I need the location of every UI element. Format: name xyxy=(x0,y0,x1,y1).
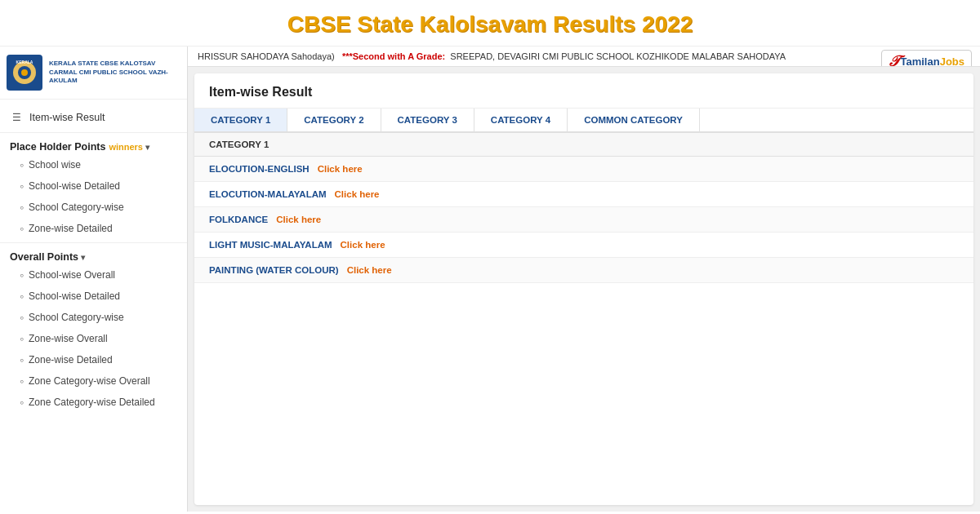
ticker-text: HRISSUR SAHODAYA Sahodaya) ***Second wit… xyxy=(198,51,786,61)
page-title: CBSE State Kalolsavam Results 2022 xyxy=(0,11,980,38)
category-tabs: CATEGORY 1 CATEGORY 2 CATEGORY 3 CATEGOR… xyxy=(194,109,973,133)
list-icon: ☰ xyxy=(10,111,23,124)
result-section-header: CATEGORY 1 xyxy=(194,133,973,157)
sidebar-org-name: KERALA STATE CBSE KALOTSAV CARMAL CMI PU… xyxy=(49,60,180,85)
item-name-elocution-malayalam: ELOCUTION-MALAYALAM xyxy=(209,189,327,199)
svg-text:KERALA: KERALA xyxy=(16,60,33,64)
sidebar-header: KERALA KERALA STATE CBSE KALOTSAV CARMAL… xyxy=(0,47,187,100)
sidebar-sub-zone-wise-detailed[interactable]: Zone-wise Detailed xyxy=(0,349,187,370)
sidebar-sub-zone-category-wise-overall[interactable]: Zone Category-wise Overall xyxy=(0,370,187,392)
table-row: LIGHT MUSIC-MALAYALAM Click here xyxy=(194,233,973,258)
sidebar-logo: KERALA xyxy=(7,55,42,91)
sidebar-section-place-holder[interactable]: Place Holder Points winners ▾ xyxy=(0,136,187,154)
table-row: PAINTING (Water Colour) Click here xyxy=(194,258,973,283)
click-link-light-music[interactable]: Click here xyxy=(341,240,385,250)
sidebar-sub-school-category-wise[interactable]: School Category-wise xyxy=(0,197,187,218)
sidebar-sub-school-wise[interactable]: School wise xyxy=(0,154,187,175)
item-name-elocution-english: ELOCUTION-ENGLISH xyxy=(209,164,310,174)
chevron-down-icon: ▾ xyxy=(145,143,149,152)
chevron-down-icon-2: ▾ xyxy=(81,253,85,262)
sidebar-divider-1 xyxy=(0,132,187,133)
click-link-elocution-malayalam[interactable]: Click here xyxy=(335,189,380,199)
table-row: ELOCUTION-MALAYALAM Click here xyxy=(194,182,973,207)
sidebar-menu: ☰ Item-wise Result Place Holder Points w… xyxy=(0,100,187,419)
content-header: Item-wise Result xyxy=(194,73,973,109)
main-layout: KERALA KERALA STATE CBSE KALOTSAV CARMAL… xyxy=(0,47,980,512)
svg-point-3 xyxy=(21,69,28,76)
sidebar-item-item-wise-result[interactable]: ☰ Item-wise Result xyxy=(0,106,187,129)
sidebar-sub-school-wise-overall[interactable]: School-wise Overall xyxy=(0,264,187,286)
sidebar-section-overall-points[interactable]: Overall Points ▾ xyxy=(0,246,187,264)
click-link-painting[interactable]: Click here xyxy=(347,265,392,275)
sidebar-sub-school-wise-detailed-2[interactable]: School-wise Detailed xyxy=(0,286,187,307)
click-link-folkdance[interactable]: Click here xyxy=(276,215,321,224)
table-row: FOLKDANCE Click here xyxy=(194,207,973,233)
item-name-light-music: LIGHT MUSIC-MALAYALAM xyxy=(209,240,332,250)
sidebar-sub-zone-wise-overall[interactable]: Zone-wise Overall xyxy=(0,328,187,349)
sidebar-divider-2 xyxy=(0,242,187,243)
tamilan-icon: 𝒯 xyxy=(889,53,898,67)
table-row: ELOCUTION-ENGLISH Click here xyxy=(194,157,973,182)
sidebar-sub-school-wise-detailed[interactable]: School-wise Detailed xyxy=(0,175,187,197)
sidebar-sub-school-category-wise-2[interactable]: School Category-wise xyxy=(0,307,187,328)
tab-common-category[interactable]: COMMON CATEGORY xyxy=(568,109,700,131)
tamilan-text: Tamilan xyxy=(900,55,939,67)
jobs-text: Jobs xyxy=(940,55,964,67)
click-link-elocution-english[interactable]: Click here xyxy=(318,164,363,174)
tab-category-1[interactable]: CATEGORY 1 xyxy=(194,109,287,131)
tab-category-2[interactable]: CATEGORY 2 xyxy=(287,109,381,131)
tamilan-jobs-logo: 𝒯 Tamilan Jobs xyxy=(881,50,972,67)
item-name-painting: PAINTING (Water Colour) xyxy=(209,265,339,275)
tab-category-4[interactable]: CATEGORY 4 xyxy=(474,109,568,131)
results-table-area: CATEGORY 1 ELOCUTION-ENGLISH Click here … xyxy=(194,133,973,487)
content-area: HRISSUR SAHODAYA Sahodaya) ***Second wit… xyxy=(188,47,980,512)
sidebar-sub-zone-wise-detailed[interactable]: Zone-wise Detailed xyxy=(0,218,187,239)
sidebar-sub-zone-category-wise-detailed[interactable]: Zone Category-wise Detailed xyxy=(0,392,187,413)
item-name-folkdance: FOLKDANCE xyxy=(209,215,268,224)
ticker-bar: HRISSUR SAHODAYA Sahodaya) ***Second wit… xyxy=(188,47,980,67)
sidebar: KERALA KERALA STATE CBSE KALOTSAV CARMAL… xyxy=(0,47,188,512)
content-main: Item-wise Result CATEGORY 1 CATEGORY 2 C… xyxy=(194,73,973,505)
tab-category-3[interactable]: CATEGORY 3 xyxy=(381,109,474,131)
page-title-bar: CBSE State Kalolsavam Results 2022 xyxy=(0,0,980,47)
